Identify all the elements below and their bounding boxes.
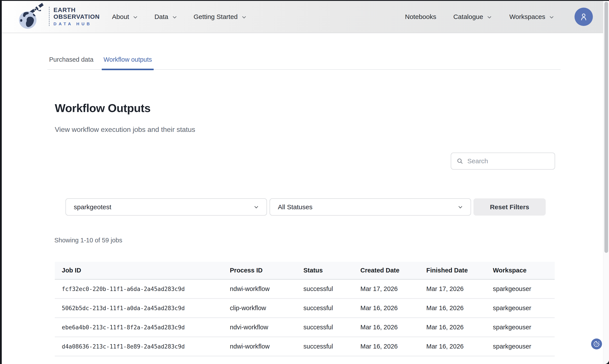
job-id-cell: d4a08636-213c-11f1-8e89-2a45ad283c9d (55, 343, 223, 350)
table-row[interactable]: 5062b5dc-213d-11f1-a0da-2a45ad283c9d cli… (55, 299, 555, 318)
job-id-cell: fcf32ec0-220b-11f1-a6da-2a45ad283c9d (55, 286, 223, 292)
process-id-cell: ndwi-workflow (223, 343, 296, 350)
job-id-cell: ebe6a4b0-213c-11f1-8f2a-2a45ad283c9d (55, 324, 223, 331)
secondary-nav: Notebooks Catalogue Workspaces (405, 1, 554, 33)
chevron-down-icon (172, 14, 178, 20)
nav-label: Notebooks (405, 13, 436, 21)
tab-purchased-data[interactable]: Purchased data (47, 55, 95, 69)
status-cell: successful (296, 304, 353, 312)
nav-item-workspaces[interactable]: Workspaces (509, 13, 554, 21)
tab-workflow-outputs[interactable]: Workflow outputs (102, 55, 154, 69)
tab-label: Purchased data (49, 56, 93, 63)
finished-date-cell: Mar 16, 2026 (419, 343, 486, 350)
created-date-cell: Mar 16, 2026 (353, 304, 419, 312)
workspace-filter-value: sparkgeotest (74, 203, 111, 211)
column-header-process-id: Process ID (223, 267, 296, 274)
chevron-down-icon (457, 204, 464, 210)
nav-item-data[interactable]: Data (154, 13, 177, 21)
vertical-scrollbar[interactable] (603, 1, 609, 364)
chevron-down-icon (133, 14, 138, 20)
table-row[interactable]: fcf32ec0-220b-11f1-a6da-2a45ad283c9d ndw… (55, 280, 555, 299)
status-cell: successful (296, 343, 353, 350)
brand-name-line2: OBSERVATION (54, 13, 100, 20)
brand-name-line1: EARTH (54, 7, 100, 13)
search-icon (457, 157, 463, 165)
table-row[interactable]: ebe6a4b0-213c-11f1-8f2a-2a45ad283c9d ndv… (55, 318, 555, 337)
chevron-down-icon (486, 14, 492, 20)
logo-divider (49, 7, 50, 26)
results-summary: Showing 1-10 of 59 jobs (54, 237, 122, 244)
status-filter-value: All Statuses (278, 203, 312, 211)
globe-satellite-icon (16, 3, 48, 30)
status-cell: successful (296, 324, 353, 331)
column-header-created-date: Created Date (353, 267, 419, 274)
table-row[interactable]: d4a08636-213c-11f1-8e89-2a45ad283c9d ndw… (55, 337, 555, 356)
column-header-workspace: Workspace (486, 267, 555, 274)
status-cell: successful (296, 285, 353, 293)
column-header-finished-date: Finished Date (419, 267, 486, 274)
search-box (451, 153, 555, 169)
user-avatar-button[interactable] (575, 8, 593, 26)
process-id-cell: ndvi-workflow (223, 324, 296, 331)
status-filter-select[interactable]: All Statuses (270, 198, 471, 216)
top-navigation-bar: EARTH OBSERVATION DATA HUB About Data Ge… (2, 1, 609, 33)
process-id-cell: ndwi-workflow (223, 285, 296, 293)
nav-item-about[interactable]: About (112, 13, 138, 21)
cookie-settings-button[interactable] (591, 338, 602, 349)
chevron-down-icon (241, 14, 247, 20)
nav-item-catalogue[interactable]: Catalogue (453, 13, 492, 21)
finished-date-cell: Mar 16, 2026 (419, 304, 486, 312)
search-input[interactable] (467, 157, 549, 165)
nav-item-notebooks[interactable]: Notebooks (405, 13, 436, 21)
brand-name-line3: DATA HUB (54, 22, 100, 26)
reset-filters-button[interactable]: Reset Filters (473, 198, 546, 216)
workspace-cell: sparkgeouser (486, 285, 555, 293)
chevron-down-icon (549, 14, 554, 20)
job-id-cell: 5062b5dc-213d-11f1-a0da-2a45ad283c9d (55, 305, 223, 312)
created-date-cell: Mar 16, 2026 (353, 343, 419, 350)
created-date-cell: Mar 16, 2026 (353, 324, 419, 331)
tab-label: Workflow outputs (103, 56, 152, 63)
user-icon (579, 12, 588, 22)
column-header-status: Status (296, 267, 353, 274)
nav-label: Getting Started (194, 13, 238, 21)
workspace-filter-select[interactable]: sparkgeotest (66, 198, 267, 216)
process-id-cell: clip-workflow (223, 304, 296, 312)
page-subtitle: View workflow execution jobs and their s… (55, 126, 195, 134)
brand-logo[interactable]: EARTH OBSERVATION DATA HUB (16, 3, 100, 30)
column-header-job-id: Job ID (55, 267, 223, 274)
nav-label: Data (154, 13, 168, 21)
chevron-down-icon (253, 204, 260, 210)
workspace-cell: sparkgeouser (486, 304, 555, 312)
finished-date-cell: Mar 17, 2026 (419, 285, 486, 293)
workspace-cell: sparkgeouser (486, 324, 555, 331)
data-tabs: Purchased data Workflow outputs (47, 55, 561, 70)
cookie-icon (593, 340, 600, 347)
jobs-table: Job ID Process ID Status Created Date Fi… (55, 262, 555, 356)
nav-label: About (112, 13, 129, 21)
workspace-cell: sparkgeouser (486, 343, 555, 350)
page-title: Workflow Outputs (55, 102, 151, 115)
nav-item-getting-started[interactable]: Getting Started (194, 13, 247, 21)
table-header-row: Job ID Process ID Status Created Date Fi… (55, 262, 555, 280)
scrollbar-thumb[interactable] (604, 2, 608, 253)
nav-label: Workspaces (509, 13, 545, 21)
nav-label: Catalogue (453, 13, 483, 21)
created-date-cell: Mar 17, 2026 (353, 285, 419, 293)
browser-page: EARTH OBSERVATION DATA HUB About Data Ge… (2, 1, 609, 364)
finished-date-cell: Mar 16, 2026 (419, 324, 486, 331)
primary-nav: About Data Getting Started (112, 1, 247, 33)
